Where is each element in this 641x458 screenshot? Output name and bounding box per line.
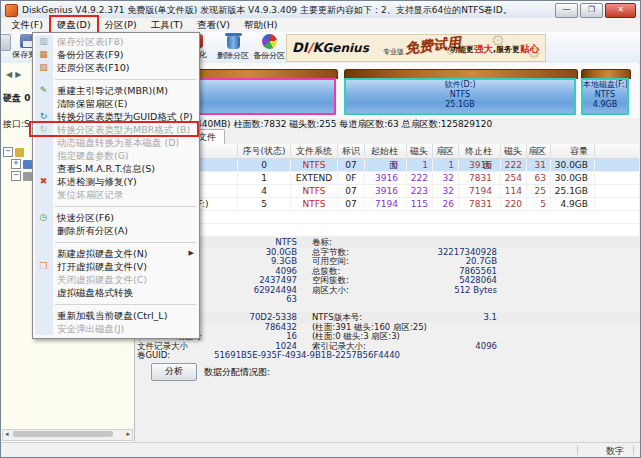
menu-item-new-vdisk-file[interactable]: 新建虚拟硬盘文件(N)▶ bbox=[33, 247, 199, 260]
restore-button[interactable]: ❐ bbox=[580, 3, 603, 18]
menu-item-safe-eject-disk[interactable]: 安全弹出磁盘(J) bbox=[33, 322, 199, 335]
open-vdisk-icon: ❐ bbox=[37, 260, 50, 273]
detail-row: 卷GUID:51691B5E-935F-4934-9B1B-2257B56F44… bbox=[134, 351, 639, 361]
nav-forward-icon[interactable]: ▶ bbox=[15, 70, 24, 79]
close-button[interactable]: ✕ bbox=[605, 3, 636, 18]
table-cell: 5 bbox=[238, 198, 291, 210]
menu-item-label: 重新加载当前硬盘(Ctrl_L) bbox=[57, 310, 167, 321]
interface-label: 接口:S bbox=[3, 118, 30, 131]
menu-separator bbox=[55, 237, 196, 243]
app-icon bbox=[5, 4, 18, 17]
column-header[interactable]: 磁头 bbox=[407, 144, 433, 158]
empty-table-row bbox=[134, 211, 639, 224]
menu-item-quick-partition[interactable]: ◷快速分区(F6) bbox=[33, 211, 199, 224]
partition-overview: 系统(C:)(活动)30.0GB软件(D:)NTFS25.1GB本地磁盘(F:)… bbox=[134, 63, 639, 118]
nav-back-icon[interactable]: ◀ bbox=[6, 70, 15, 79]
table-cell: 30.0GB bbox=[551, 159, 595, 171]
disk-info-line: (61440MB) 柱面数:7832 磁头数:255 每道扇区数:63 总扇区数… bbox=[181, 118, 492, 131]
table-row[interactable]: 软件(D:)4NTFS0739162233271941142525.1GB bbox=[134, 185, 639, 198]
save-table-icon: ▥ bbox=[37, 35, 50, 48]
detail-value bbox=[530, 351, 600, 361]
diskgenius-window: DiskGenius V4.9.2.371 免费版(单文件版) 发现新版本 V4… bbox=[0, 0, 641, 458]
column-header[interactable]: 扇区 bbox=[527, 144, 551, 158]
column-header[interactable]: 序号(状态) bbox=[238, 144, 291, 158]
scrollbar-thumb[interactable] bbox=[13, 431, 113, 437]
menu-item-restore-partition-table[interactable]: ▨还原分区表(F10) bbox=[33, 61, 199, 74]
expand-icon[interactable]: + bbox=[11, 159, 21, 169]
menu-item-backup-partition-table[interactable]: ▦备份分区表(F9) bbox=[33, 48, 199, 61]
horizontal-scrollbar[interactable]: ◂ ▸ bbox=[2, 429, 133, 441]
table-cell: EXTEND bbox=[291, 172, 338, 184]
table-row[interactable]: 系统(C:)0NTFS0701139162223130.0GB bbox=[134, 159, 639, 172]
table-cell: 07 bbox=[338, 185, 365, 197]
menu-item-clear-reserved-sectors[interactable]: 清除保留扇区(E) bbox=[33, 97, 199, 110]
table-row[interactable]: 扩展分区1EXTEND0F39162223278312546330.0GB bbox=[134, 172, 639, 185]
detail-label: 卷GUID: bbox=[134, 351, 212, 361]
column-header[interactable]: 终止柱面 bbox=[459, 144, 501, 158]
detail-row: 30.0GB总字节数:32217340928 bbox=[134, 248, 639, 258]
table-cell: NTFS bbox=[291, 159, 338, 171]
menu-partition[interactable]: 分区(P) bbox=[98, 18, 144, 33]
backup-partition-button[interactable]: 备份分区 bbox=[249, 34, 289, 61]
column-header[interactable]: 标识 bbox=[338, 144, 365, 158]
menu-item-view-smart-info[interactable]: 查看S.M.A.R.T.信息(S) bbox=[33, 162, 199, 175]
detail-value: 512 Bytes bbox=[427, 286, 497, 296]
collapse-icon[interactable]: − bbox=[3, 147, 13, 157]
menu-separator bbox=[55, 201, 196, 207]
column-header[interactable]: 容量 bbox=[551, 144, 595, 158]
disk-label: 硬盘 0 bbox=[3, 92, 30, 105]
table-cell: 26 bbox=[433, 198, 459, 210]
delete-partition-button[interactable]: 删除分区 bbox=[213, 34, 253, 61]
detail-value bbox=[427, 295, 497, 305]
detail-label: NTFS版本号: bbox=[312, 312, 427, 323]
partition-block-label: 本地磁盘(F:) bbox=[583, 80, 627, 90]
menu-item-label: 指定硬盘参数(G) bbox=[57, 150, 129, 161]
table-row[interactable]: 本地磁盘(F:)5NTFS07719411526783122054.9GB bbox=[134, 198, 639, 211]
menu-item-convert-to-mbr[interactable]: ↻转换分区表类型为MBR格式 (B) bbox=[33, 123, 199, 136]
tree-node-partition[interactable]: + bbox=[11, 159, 32, 169]
menu-file[interactable]: 文件(F) bbox=[4, 18, 50, 33]
detail-row: NTFS卷标: bbox=[134, 237, 639, 248]
menu-tools[interactable]: 工具(T) bbox=[144, 18, 190, 33]
table-cell: 07 bbox=[338, 198, 365, 210]
menu-item-reload-current-disk[interactable]: 重新加载当前硬盘(Ctrl_L) bbox=[33, 309, 199, 322]
partition-block[interactable]: 软件(D:)NTFS25.1GB bbox=[344, 78, 576, 115]
table-cell: 25.1GB bbox=[551, 185, 595, 197]
column-header[interactable]: 文件系统 bbox=[291, 144, 338, 158]
menu-item-dynamic-to-basic[interactable]: 动态磁盘转换为基本磁盘 (D) bbox=[33, 136, 199, 149]
menu-view[interactable]: 查看(V) bbox=[190, 18, 237, 33]
menu-item-save-partition-table[interactable]: ▥保存分区表(F8) bbox=[33, 35, 199, 48]
ad-banner[interactable]: ⚙ ⚙ ⚙ DI/KGenius 专业版 免费试用 功能更强大,服务更贴心 bbox=[286, 34, 546, 62]
menu-item-reset-bad-sector-record[interactable]: 复位坏扇区记录 bbox=[33, 188, 199, 201]
column-header[interactable]: 扇区 bbox=[433, 144, 459, 158]
menu-item-rebuild-mbr[interactable]: ✎重建主引导记录(MBR)(M) bbox=[33, 84, 199, 97]
menu-item-bad-sector-check[interactable]: ✖坏道检测与修复(Y) bbox=[33, 175, 199, 188]
menu-item-delete-all-partitions[interactable]: 删除所有分区(A) bbox=[33, 224, 199, 237]
edition-label: 专业版 bbox=[383, 47, 404, 57]
menu-item-label: 动态磁盘转换为基本磁盘 (D) bbox=[57, 137, 179, 148]
menu-item-vdisk-format-convert[interactable]: 虚拟磁盘格式转换 bbox=[33, 286, 199, 299]
detail-label bbox=[415, 351, 530, 361]
scroll-right-icon[interactable]: ▸ bbox=[126, 430, 130, 439]
detail-row: 9.3GB可用空间:20.7GB bbox=[134, 257, 639, 267]
column-header[interactable]: 磁头 bbox=[501, 144, 527, 158]
menu-item-open-vdisk-file[interactable]: ❐打开虚拟硬盘文件(V) bbox=[33, 260, 199, 273]
tree-node-disk[interactable]: − bbox=[3, 147, 24, 157]
analyze-button[interactable]: 分析 bbox=[151, 363, 197, 381]
menu-help[interactable]: 帮助(H) bbox=[237, 18, 285, 33]
collapse-icon[interactable]: − bbox=[11, 171, 21, 181]
partition-block[interactable]: 本地磁盘(F:)NTFS4.9GB bbox=[581, 78, 629, 115]
bad-sector-icon: ✖ bbox=[37, 175, 50, 188]
tree-node-partition[interactable]: − bbox=[11, 171, 32, 181]
submenu-arrow-icon: ▶ bbox=[189, 247, 194, 260]
nav-arrows[interactable]: ◀▶ bbox=[6, 70, 24, 79]
minimize-button[interactable]: — bbox=[555, 3, 578, 18]
menu-item-close-vdisk-file[interactable]: 关闭虚拟硬盘文件(C) bbox=[33, 273, 199, 286]
column-header[interactable]: 起始柱面 bbox=[365, 144, 407, 158]
table-cell: 5 bbox=[527, 198, 551, 210]
menu-item-set-disk-params[interactable]: 指定硬盘参数(G) bbox=[33, 149, 199, 162]
menu-separator bbox=[55, 299, 196, 305]
menu-item-label: 安全弹出磁盘(J) bbox=[57, 323, 124, 334]
menu-disk[interactable]: 硬盘(D) bbox=[50, 18, 98, 33]
scroll-left-icon[interactable]: ◂ bbox=[5, 430, 9, 439]
